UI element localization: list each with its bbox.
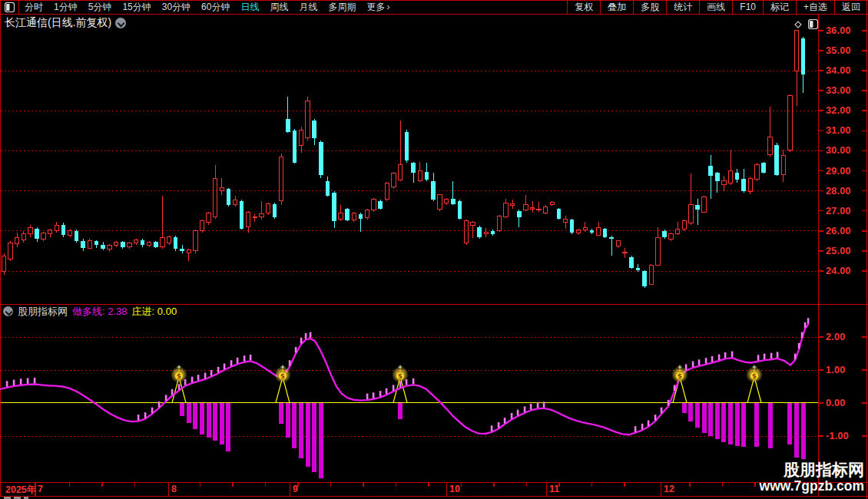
price-axis-label: 31.00 [826, 125, 866, 136]
split-square-icon [5, 2, 15, 12]
period-tab-6[interactable]: 60分钟 [201, 1, 230, 14]
money-bag-icon: $ [392, 365, 409, 384]
period-tab-3[interactable]: 5分钟 [88, 1, 112, 14]
chevron-down-icon[interactable] [115, 18, 126, 28]
price-axis-label: 30.00 [826, 145, 866, 156]
period-tab-4[interactable]: 15分钟 [122, 1, 151, 14]
price-axis-label: 26.00 [826, 226, 866, 236]
price-axis-label: 24.00 [826, 266, 866, 276]
top-toolbar: 分时1分钟5分钟15分钟30分钟60分钟日线周线月线多周期更多› 复权叠加多股统… [0, 0, 868, 14]
x-axis-month-label: 8 [171, 484, 177, 494]
x-axis-year-label: 2025年 [5, 484, 36, 497]
svg-text:$: $ [678, 372, 682, 380]
indicator-source: 股朋指标网 [18, 305, 68, 319]
price-axis-label: 27.00 [826, 206, 866, 216]
money-bag-icon: $ [171, 365, 187, 384]
period-tab-10[interactable]: 多周期 [328, 1, 356, 14]
diamond-icon[interactable] [793, 20, 803, 29]
period-tab-2[interactable]: 1分钟 [54, 1, 78, 14]
stock-trading-app: $$$$$ 分时1分钟5分钟15分钟30分钟60分钟日线周线月线多周期更多› 复… [0, 0, 868, 499]
toolbar-action-5[interactable]: 画线 [699, 0, 732, 14]
indicator-axis-label: 1.00 [826, 365, 866, 375]
chart-corner-icons [793, 19, 818, 29]
price-axis-label: 35.00 [826, 45, 866, 56]
indicator-line-label: 做多线: 2.38 [72, 305, 128, 319]
indicator-axis-label: -1.00 [826, 431, 866, 441]
x-axis-month-label: 11 [549, 484, 559, 494]
money-bag-icon: $ [746, 365, 763, 384]
price-axis-label: 29.00 [826, 166, 866, 177]
price-axis-label: 28.00 [826, 186, 866, 197]
toolbar-action-7[interactable]: 标记 [763, 0, 796, 14]
price-axis-label: 32.00 [826, 105, 866, 116]
more-arrow-icon: › [386, 2, 389, 12]
toolbar-action-4[interactable]: 统计 [666, 0, 699, 14]
period-tab-7[interactable]: 日线 [240, 1, 259, 14]
watermark-url: www.7gpzb.com [737, 478, 864, 494]
x-axis-month-label: 10 [449, 484, 460, 494]
chart-title-row: 长江通信(日线.前复权) [5, 16, 126, 30]
toolbar-action-3[interactable]: 多股 [633, 0, 666, 14]
svg-text:$: $ [398, 372, 403, 380]
indicator-axis-label: 2.00 [826, 332, 866, 342]
x-axis-month-label: 7 [38, 484, 43, 494]
panel-layout-button[interactable] [0, 0, 19, 14]
svg-text:$: $ [177, 372, 181, 380]
period-tab-8[interactable]: 周线 [270, 1, 288, 14]
period-tab-11[interactable]: 更多› [366, 1, 389, 14]
price-axis-label: 25.00 [826, 246, 866, 256]
period-tabs: 分时1分钟5分钟15分钟30分钟60分钟日线周线月线多周期更多› [19, 0, 395, 14]
svg-text:$: $ [280, 372, 285, 380]
indicator-axis-label: 0.00 [826, 398, 866, 408]
toolbar-actions: 复权叠加多股统计画线F10标记+自选返回 [567, 0, 867, 14]
period-tab-5[interactable]: 30分钟 [162, 1, 190, 14]
toolbar-action-9[interactable]: 返回 [834, 0, 867, 14]
price-axis-label: 36.00 [826, 25, 866, 36]
watermark-brand: 股朋指标网 [737, 459, 864, 481]
period-tab-9[interactable]: 月线 [299, 1, 317, 14]
split-square-icon[interactable] [808, 19, 818, 29]
chevron-down-icon[interactable] [3, 306, 13, 316]
chart-canvas[interactable]: $$$$$ [0, 0, 868, 499]
indicator-signal-label: 庄进: 0.00 [132, 305, 177, 319]
toolbar-action-6[interactable]: F10 [732, 0, 763, 14]
price-axis-label: 33.00 [826, 85, 866, 96]
price-axis-label: 34.00 [826, 65, 866, 76]
x-axis-month-label: 9 [293, 484, 298, 494]
indicator-header: 股朋指标网 做多线: 2.38 庄进: 0.00 [3, 306, 177, 317]
toolbar-action-2[interactable]: 叠加 [600, 0, 633, 14]
toolbar-action-8[interactable]: +自选 [796, 0, 834, 14]
chart-title: 长江通信(日线.前复权) [5, 16, 111, 30]
x-axis-month-label: 12 [664, 484, 674, 494]
toolbar-action-1[interactable]: 复权 [567, 0, 600, 14]
period-tab-1[interactable]: 分时 [25, 1, 43, 14]
svg-text:$: $ [752, 372, 757, 380]
